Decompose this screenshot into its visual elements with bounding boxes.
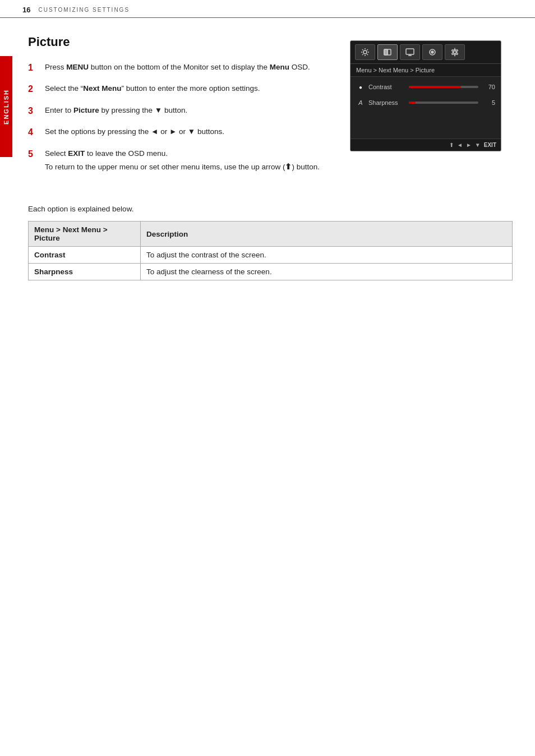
osd-sharpness-slider[interactable] [409, 102, 478, 104]
svg-point-0 [363, 50, 367, 54]
options-intro: Each option is explained below. [28, 205, 513, 213]
osd-bottom-bar: ⬆ ◄ ► ▼ EXIT [350, 139, 501, 151]
table-cell-name: Contrast [29, 247, 141, 264]
osd-contrast-icon: ● [356, 82, 365, 91]
osd-display: Menu > Next Menu > Picture ● Contrast 70… [350, 40, 501, 151]
osd-breadcrumb: Menu > Next Menu > Picture [350, 64, 501, 77]
table-col2-header: Description [141, 222, 513, 247]
osd-contrast-fill [409, 86, 461, 88]
osd-down-icon: ▼ [475, 142, 481, 148]
osd-icon-bar [350, 41, 501, 64]
osd-sharpness-icon: A [356, 98, 365, 107]
main-content: Picture 1 Press MENU button on the botto… [0, 18, 535, 199]
osd-sharpness-value: 5 [485, 99, 495, 106]
page-wrapper: ENGLISH 16 CUSTOMIZING SETTINGS Picture … [0, 0, 535, 756]
osd-up-icon: ⬆ [449, 142, 454, 148]
osd-sharpness-label: Sharpness [368, 99, 402, 106]
options-section: Each option is explained below. Menu > N… [0, 205, 535, 280]
table-cell-name: Sharpness [29, 264, 141, 280]
osd-exit-label[interactable]: EXIT [484, 142, 496, 148]
svg-line-7 [367, 49, 368, 50]
osd-contrast-label: Contrast [368, 84, 402, 90]
page-header: 16 CUSTOMIZING SETTINGS [0, 0, 535, 18]
step-3-number: 3 [28, 105, 38, 117]
osd-icon-audio[interactable] [422, 44, 442, 60]
step-1-number: 1 [28, 62, 38, 74]
step-5: 5 Select EXIT to leave the OSD menu. To … [28, 148, 333, 174]
step-2: 2 Select the “Next Menu” button to enter… [28, 83, 333, 95]
table-row: Sharpness To adjust the clearness of the… [29, 264, 513, 280]
step-1-text: Press MENU button on the bottom of the M… [45, 62, 310, 73]
osd-icon-brightness[interactable] [355, 44, 375, 60]
osd-left-icon: ◄ [457, 142, 463, 148]
table-header-row: Menu > Next Menu > Picture Description [29, 222, 513, 247]
osd-row-sharpness: A Sharpness 5 [356, 98, 495, 107]
page-number: 16 [22, 6, 30, 14]
svg-point-15 [431, 51, 433, 53]
osd-icon-picture[interactable] [377, 44, 398, 60]
sidebar-language-label: ENGLISH [0, 56, 12, 157]
table-col1-header: Menu > Next Menu > Picture [29, 222, 141, 247]
svg-line-5 [362, 49, 363, 50]
osd-icon-screen[interactable] [400, 44, 420, 60]
sidebar-label-text: ENGLISH [3, 89, 10, 125]
step-5-number: 5 [28, 148, 38, 160]
table-cell-desc: To adjust the clearness of the screen. [141, 264, 513, 280]
right-column: Menu > Next Menu > Picture ● Contrast 70… [350, 35, 513, 182]
options-table: Menu > Next Menu > Picture Description C… [28, 221, 513, 280]
osd-icon-settings[interactable] [445, 44, 465, 60]
osd-right-icon: ► [466, 142, 472, 148]
step-5-text: Select EXIT to leave the OSD menu. To re… [45, 148, 320, 174]
osd-contrast-slider[interactable] [409, 86, 478, 88]
step-1: 1 Press MENU button on the bottom of the… [28, 62, 333, 74]
osd-contrast-value: 70 [485, 84, 495, 90]
step-2-number: 2 [28, 83, 38, 95]
steps-list: 1 Press MENU button on the bottom of the… [28, 62, 333, 173]
step-4-number: 4 [28, 126, 38, 139]
table-row: Contrast To adjust the contrast of the s… [29, 247, 513, 264]
step-4-text: Set the options by pressing the ◄ or ► o… [45, 126, 224, 138]
header-title: CUSTOMIZING SETTINGS [38, 7, 130, 13]
svg-line-8 [362, 54, 363, 56]
svg-rect-11 [406, 49, 414, 54]
osd-menu-area: ● Contrast 70 A Sharpness 5 [350, 77, 501, 139]
svg-rect-10 [384, 49, 388, 55]
step-3: 3 Enter to Picture by pressing the ▼ but… [28, 105, 333, 117]
osd-row-contrast: ● Contrast 70 [356, 82, 495, 91]
section-title: Picture [28, 35, 333, 49]
table-cell-desc: To adjust the contrast of the screen. [141, 247, 513, 264]
svg-point-16 [454, 51, 456, 54]
step-4: 4 Set the options by pressing the ◄ or ►… [28, 126, 333, 139]
left-column: Picture 1 Press MENU button on the botto… [28, 35, 333, 182]
step-3-text: Enter to Picture by pressing the ▼ butto… [45, 105, 187, 117]
osd-sharpness-fill [409, 102, 416, 104]
step-2-text: Select the “Next Menu” button to enter t… [45, 83, 260, 95]
svg-line-6 [367, 54, 368, 56]
